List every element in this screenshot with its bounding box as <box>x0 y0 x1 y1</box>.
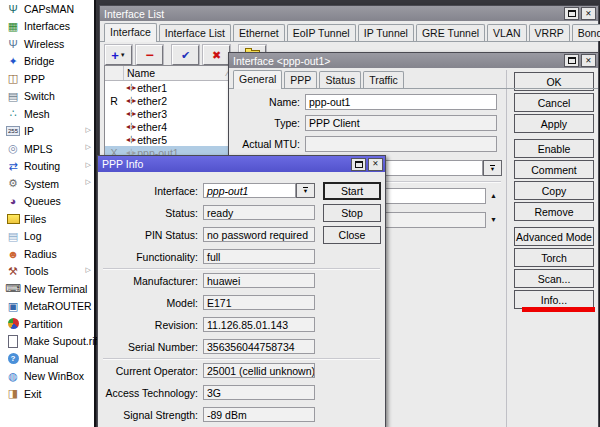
serial-number-value-field: 356356044758734 <box>203 339 315 354</box>
sidebar-item-mpls[interactable]: ◎MPLS▷ <box>0 140 94 158</box>
tab-interface-list[interactable]: Interface List <box>159 24 231 41</box>
mesh-icon: ∴ <box>5 107 21 120</box>
start-button[interactable]: Start <box>323 182 381 200</box>
interface-card-icon: ▦ <box>5 20 21 33</box>
sidebar-item-radius[interactable]: ☻Radius <box>0 245 94 263</box>
tab-ethernet[interactable]: Ethernet <box>233 24 285 41</box>
chevron-down-icon: ▼ <box>120 52 126 58</box>
sidebar-item-make-supout[interactable]: Make Supout.rif <box>0 333 94 351</box>
cross-icon: ✖ <box>212 49 221 62</box>
add-interface-button[interactable]: +▼ <box>105 45 132 65</box>
dropdown-button[interactable]: ▼ <box>483 160 502 176</box>
maximize-icon[interactable] <box>564 54 579 67</box>
stop-button[interactable]: Stop <box>323 204 381 222</box>
enable-button[interactable]: Enable <box>514 139 594 158</box>
radius-users-icon: ☻ <box>5 248 21 260</box>
close-icon[interactable]: ✕ <box>368 158 383 171</box>
disable-interface-button[interactable]: ✖ <box>203 45 230 65</box>
spinner-down-icon[interactable]: ▼ <box>490 216 497 223</box>
spinner-up-icon[interactable]: ▲ <box>490 192 497 199</box>
close-icon[interactable]: ✕ <box>581 7 596 20</box>
access-technology-value-field: 3G <box>203 385 315 400</box>
checkmark-icon: ✔ <box>181 49 190 62</box>
ppp-info-titlebar[interactable]: PPP Info ✕ <box>98 156 385 172</box>
close-icon[interactable]: ✕ <box>581 54 596 67</box>
maximize-icon[interactable] <box>351 158 366 171</box>
ppp-info-window: PPP Info ✕ Interface: ppp-out1 ▼ Status:… <box>97 155 386 427</box>
sidebar-item-bridge[interactable]: ✦Bridge <box>0 53 94 71</box>
sidebar-item-ip[interactable]: 255IP▷ <box>0 123 94 141</box>
ethernet-interface-icon: ◂┆▸ <box>126 109 135 118</box>
sidebar-item-partition[interactable]: Partition <box>0 315 94 333</box>
document-icon <box>5 335 21 348</box>
tab-vlan[interactable]: VLAN <box>487 24 526 41</box>
tab-ppp[interactable]: PPP <box>284 71 317 88</box>
column-header-name[interactable]: Name∕ <box>124 66 232 80</box>
sidebar-item-new-terminal[interactable]: ⌨New Terminal <box>0 280 94 298</box>
tab-bonding[interactable]: Bonding <box>572 24 600 41</box>
tab-vrrp[interactable]: VRRP <box>529 24 570 41</box>
tab-status[interactable]: Status <box>319 71 361 88</box>
sidebar-item-routing[interactable]: ⇄Routing▷ <box>0 158 94 176</box>
tab-interface[interactable]: Interface <box>104 23 157 42</box>
sidebar-item-metarouter[interactable]: ▣MetaROUTER <box>0 298 94 316</box>
sidebar-item-log[interactable]: ▤Log <box>0 228 94 246</box>
tab-eoip-tunnel[interactable]: EoIP Tunnel <box>287 24 356 41</box>
cancel-button[interactable]: Cancel <box>514 93 594 112</box>
sidebar-item-new-winbox[interactable]: ◍New WinBox <box>0 368 94 386</box>
submenu-arrow-icon: ▷ <box>86 126 91 134</box>
interface-combo-input[interactable]: ppp-out1 <box>203 183 296 198</box>
model-label: Model: <box>98 297 198 309</box>
enable-interface-button[interactable]: ✔ <box>172 45 199 65</box>
tab-general[interactable]: General <box>233 70 282 89</box>
partition-pie-icon <box>5 318 21 329</box>
log-icon: ▤ <box>5 230 21 243</box>
sidebar-item-capsman[interactable]: ΨCAPsMAN <box>0 0 94 18</box>
sidebar-item-ppp[interactable]: ◫PPP <box>0 70 94 88</box>
submenu-arrow-icon: ▷ <box>86 266 91 274</box>
torch-button[interactable]: Torch <box>514 248 594 267</box>
apply-button[interactable]: Apply <box>514 114 594 133</box>
sidebar-item-manual[interactable]: ?Manual <box>0 350 94 368</box>
tab-gre-tunnel[interactable]: GRE Tunnel <box>416 24 485 41</box>
remove-button[interactable]: Remove <box>514 202 594 221</box>
sidebar-item-switch[interactable]: ▤Switch <box>0 88 94 106</box>
name-label: Name: <box>229 96 300 108</box>
switch-icon: ▤ <box>5 90 21 103</box>
help-icon: ? <box>5 353 21 364</box>
copy-button[interactable]: Copy <box>514 181 594 200</box>
remove-interface-button[interactable]: − <box>136 45 163 65</box>
gear-icon: ⚙ <box>5 177 21 190</box>
sidebar-item-wireless[interactable]: ΨWireless <box>0 35 94 53</box>
sidebar-item-exit[interactable]: ◨Exit <box>0 385 94 403</box>
red-underline-annotation <box>522 307 595 312</box>
sidebar-item-interfaces[interactable]: ▦Interfaces <box>0 18 94 36</box>
tools-icon: ⚒ <box>5 265 21 278</box>
window-title: PPP Info <box>102 158 351 170</box>
routing-arrows-icon: ⇄ <box>5 160 21 173</box>
type-value-field: PPP Client <box>305 115 497 131</box>
close-button[interactable]: Close <box>323 226 381 244</box>
signal-strength-label: Signal Strength: <box>98 409 198 421</box>
ip-255-icon: 255 <box>5 126 21 136</box>
queues-globe-icon: ◕ <box>5 195 21 207</box>
interface-dropdown-button[interactable]: ▼ <box>296 183 315 198</box>
comment-button[interactable]: Comment <box>514 160 594 179</box>
name-input[interactable]: ppp-out1 <box>305 94 497 110</box>
interface-ppp-out1-titlebar[interactable]: Interface <ppp-out1> ✕ <box>229 53 598 68</box>
interface-list-titlebar[interactable]: Interface List ✕ <box>100 6 598 21</box>
sidebar-item-files[interactable]: Files <box>0 210 94 228</box>
wireless-antenna-icon: Ψ <box>5 38 21 50</box>
sidebar-item-system[interactable]: ⚙System▷ <box>0 175 94 193</box>
info-button[interactable]: Info... <box>514 290 594 309</box>
scan-button[interactable]: Scan... <box>514 269 594 288</box>
sidebar-item-queues[interactable]: ◕Queues <box>0 193 94 211</box>
ethernet-interface-icon: ◂┆▸ <box>126 83 135 92</box>
bridge-icon: ✦ <box>5 55 21 68</box>
sidebar-item-tools[interactable]: ⚒Tools▷ <box>0 263 94 281</box>
maximize-icon[interactable] <box>564 7 579 20</box>
advanced-mode-button[interactable]: Advanced Mode <box>514 227 594 246</box>
tab-ip-tunnel[interactable]: IP Tunnel <box>358 24 414 41</box>
sidebar-item-mesh[interactable]: ∴Mesh <box>0 105 94 123</box>
tab-traffic[interactable]: Traffic <box>363 71 404 88</box>
